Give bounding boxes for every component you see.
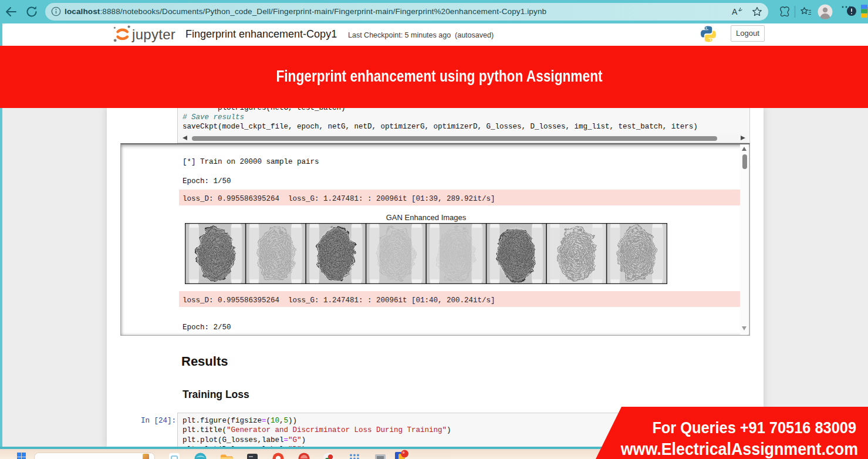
svg-text:For Queries +91 70516 83009: For Queries +91 70516 83009 [652, 419, 856, 437]
svg-text:A: A [732, 7, 738, 16]
svg-text:jupyter: jupyter [131, 26, 175, 42]
svg-text:www.ElectricalAssignment.com: www.ElectricalAssignment.com [620, 440, 858, 458]
